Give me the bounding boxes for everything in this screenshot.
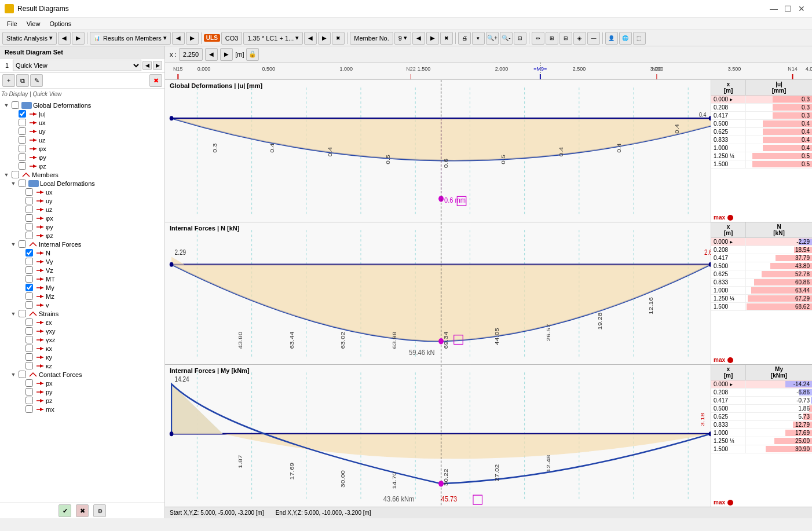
- max-btn-My[interactable]: max: [711, 498, 812, 507]
- chk-ex[interactable]: [25, 318, 33, 326]
- chk-local-uy[interactable]: [25, 197, 33, 204]
- combo-dropdown[interactable]: CO3: [221, 32, 243, 45]
- table-scroll-My[interactable]: 0.000 ▸ -14.24 0.208 -6.86 0.417 -0.73: [711, 380, 812, 498]
- copy-view-btn[interactable]: ⧉: [16, 74, 29, 87]
- qv-prev-btn[interactable]: ◀: [142, 61, 152, 70]
- tree-local-phiz[interactable]: φz: [16, 231, 162, 240]
- chk-pz[interactable]: [25, 397, 33, 404]
- tree-local-ux[interactable]: ux: [16, 188, 162, 196]
- chk-v[interactable]: [25, 301, 33, 309]
- chk-mx[interactable]: [25, 405, 33, 413]
- minimize-button[interactable]: —: [768, 3, 780, 14]
- chk-local-phiy[interactable]: [25, 223, 33, 230]
- tree-gamxy[interactable]: γxy: [16, 327, 162, 335]
- delete-view-btn[interactable]: ✖: [149, 74, 162, 87]
- chk-gamxy[interactable]: [25, 327, 33, 335]
- menu-view[interactable]: View: [22, 19, 45, 28]
- tool5-btn[interactable]: —: [587, 32, 600, 45]
- chk-phiy[interactable]: [19, 153, 26, 161]
- member-dropdown[interactable]: Member No.: [350, 32, 393, 45]
- chk-phiz[interactable]: [19, 162, 26, 170]
- chk-strains[interactable]: [19, 310, 26, 317]
- tree-gamxz[interactable]: γxz: [16, 335, 162, 344]
- tree-kx[interactable]: κx: [16, 344, 162, 353]
- tree-contact-forces[interactable]: ▼ Contact Forces: [9, 370, 162, 379]
- chk-ux[interactable]: [19, 119, 26, 126]
- x-next-btn[interactable]: ▶: [220, 48, 233, 61]
- table-scroll-deformations[interactable]: 0.000 ▸ 0.3 0.208 0.3 0.417 0.3: [711, 96, 812, 213]
- max-btn-N[interactable]: max: [711, 356, 812, 364]
- results-dropdown[interactable]: 📊 Results on Members ▾: [90, 32, 171, 45]
- tree-local-deformations[interactable]: ▼ Local Deformations: [9, 179, 162, 188]
- print-btn[interactable]: 🖨: [458, 32, 471, 45]
- prev-member-btn[interactable]: ◀: [412, 32, 425, 45]
- tree-phix[interactable]: φx: [9, 144, 162, 153]
- chk-Vy[interactable]: [25, 258, 33, 265]
- tool7-btn[interactable]: 🌐: [619, 32, 632, 45]
- next-analysis-btn[interactable]: ▶: [72, 32, 85, 45]
- tree-internal-forces[interactable]: ▼ Internal Forces: [9, 240, 162, 248]
- menu-file[interactable]: File: [2, 19, 22, 28]
- tree-py[interactable]: py: [16, 387, 162, 396]
- max-btn-deformations[interactable]: max: [711, 213, 812, 222]
- tool3-btn[interactable]: ⊟: [559, 32, 572, 45]
- tree-pz[interactable]: pz: [16, 396, 162, 405]
- chk-uz[interactable]: [19, 136, 26, 144]
- tree-local-uy[interactable]: uy: [16, 196, 162, 205]
- tree-u-abs[interactable]: |u|: [9, 109, 162, 118]
- ok-btn[interactable]: ✔: [58, 504, 71, 517]
- next-combo-btn[interactable]: ▶: [318, 32, 331, 45]
- tree-members[interactable]: ▼ Members: [2, 170, 162, 179]
- tree-kz[interactable]: κz: [16, 361, 162, 370]
- chk-My[interactable]: [25, 284, 33, 291]
- chk-u-abs[interactable]: [19, 110, 26, 118]
- factor-dropdown[interactable]: 1.35 * LC1 + 1... ▾: [243, 32, 303, 45]
- tree-local-phix[interactable]: φx: [16, 214, 162, 222]
- maximize-button[interactable]: ☐: [782, 3, 793, 14]
- prev-combo-btn[interactable]: ◀: [304, 32, 317, 45]
- tree-local-uz[interactable]: uz: [16, 205, 162, 214]
- tree-MT[interactable]: MT: [16, 274, 162, 283]
- tree-mx[interactable]: mx: [16, 405, 162, 413]
- cancel-btn[interactable]: ✖: [76, 504, 89, 517]
- tree-v[interactable]: v: [16, 301, 162, 309]
- tree-local-phiy[interactable]: φy: [16, 222, 162, 231]
- tree-My[interactable]: My: [16, 283, 162, 292]
- chk-Vz[interactable]: [25, 266, 33, 274]
- tree-phiy[interactable]: φy: [9, 153, 162, 162]
- tool4-btn[interactable]: ◈: [573, 32, 586, 45]
- chk-MT[interactable]: [25, 275, 33, 283]
- tree-global-deformations[interactable]: ▼ Global Deformations: [2, 101, 162, 109]
- chk-local-phix[interactable]: [25, 214, 33, 222]
- member-select-btn[interactable]: ✖: [440, 32, 453, 45]
- x-value-field[interactable]: 2.250: [179, 48, 203, 61]
- chk-N[interactable]: [25, 249, 33, 257]
- member-no[interactable]: 9 ▾: [394, 32, 411, 45]
- tree-ex[interactable]: εx: [16, 318, 162, 327]
- apply-btn[interactable]: ⊕: [93, 504, 106, 517]
- tree-uz[interactable]: uz: [9, 136, 162, 144]
- add-view-btn[interactable]: +: [2, 74, 15, 87]
- chk-local-ux[interactable]: [25, 188, 33, 196]
- chk-local-deformations[interactable]: [19, 180, 26, 187]
- tool1-btn[interactable]: ⇔: [532, 32, 544, 45]
- edit-view-btn[interactable]: ✎: [30, 74, 43, 87]
- table-scroll-N[interactable]: 0.000 ▸ -2.29 0.208 18.54 0.417 37.79: [711, 238, 812, 356]
- zoom-out-btn[interactable]: 🔍-: [500, 32, 513, 45]
- tool2-btn[interactable]: ⊞: [546, 32, 558, 45]
- next-member-btn[interactable]: ▶: [426, 32, 439, 45]
- quick-view-select[interactable]: Quick View: [13, 60, 141, 71]
- print-arrow[interactable]: ▾: [472, 32, 485, 45]
- tree-uy[interactable]: uy: [9, 127, 162, 136]
- chk-contact-forces[interactable]: [19, 371, 26, 378]
- tree-phiz[interactable]: φz: [9, 162, 162, 170]
- chk-internal-forces[interactable]: [19, 240, 26, 248]
- chk-ky[interactable]: [25, 353, 33, 361]
- tree-strains[interactable]: ▼ Strains: [9, 309, 162, 318]
- x-prev-btn[interactable]: ◀: [205, 48, 218, 61]
- chk-Mz[interactable]: [25, 292, 33, 300]
- close-button[interactable]: ✕: [796, 3, 807, 14]
- chk-local-uz[interactable]: [25, 206, 33, 213]
- chk-px[interactable]: [25, 379, 33, 387]
- chk-py[interactable]: [25, 388, 33, 395]
